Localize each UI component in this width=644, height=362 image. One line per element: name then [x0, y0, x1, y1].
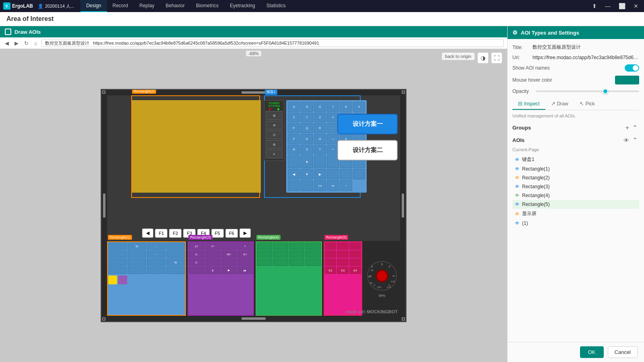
r4-k6[interactable] [273, 251, 288, 258]
r5-k10[interactable]: K2 [325, 267, 336, 274]
hover-color-swatch[interactable] [615, 76, 639, 84]
r3-k9[interactable]: Z- [189, 259, 204, 266]
opacity-slider[interactable] [536, 90, 639, 92]
nav-f6-button[interactable]: F6 [225, 229, 238, 238]
r1-k5[interactable] [108, 251, 127, 258]
key-up[interactable]: ▲ [301, 155, 313, 168]
design-btn-1[interactable]: 设计方案一 [337, 114, 398, 134]
r1-k3[interactable]: → [147, 243, 165, 250]
tab-draw[interactable]: ↗ Draw [545, 98, 574, 110]
cancel-button[interactable]: Cancel [608, 346, 638, 358]
corner-handle-br[interactable] [402, 317, 405, 321]
aoi-item-keyboard1[interactable]: 👁 键盘1 [512, 154, 639, 165]
r3-k12[interactable] [237, 259, 253, 266]
r3-k3[interactable] [221, 243, 237, 250]
r1-k8[interactable] [166, 251, 185, 258]
r3-bk1[interactable] [189, 267, 204, 274]
nav-next-button[interactable]: ▶ [239, 228, 251, 238]
url-input[interactable] [41, 39, 504, 47]
tab-replay[interactable]: Replay [134, 0, 160, 12]
r1-k6[interactable] [128, 251, 146, 258]
corner-handle-tl[interactable] [102, 90, 105, 94]
r4-k5[interactable] [257, 251, 272, 258]
add-group-button[interactable]: + [624, 123, 631, 132]
r3-k1[interactable]: Z+ [189, 243, 204, 250]
corner-handle-bl[interactable] [102, 317, 105, 321]
aoi-visibility-button[interactable]: 👁 [622, 136, 631, 144]
show-aoi-names-toggle[interactable] [625, 64, 639, 72]
r5-k6[interactable] [349, 251, 361, 258]
key-X[interactable]: X [288, 113, 300, 123]
key-D[interactable]: D [301, 134, 313, 144]
r4-k8[interactable] [305, 251, 320, 258]
key-Y[interactable]: Y [301, 113, 313, 123]
r4-k10[interactable] [273, 259, 288, 266]
r3-bk4[interactable]: ⏭ [237, 267, 253, 274]
r1-k9[interactable] [108, 259, 127, 266]
r1-k13[interactable] [108, 267, 127, 274]
tab-eyetracking[interactable]: Eyetracking [224, 0, 261, 12]
tab-pick[interactable]: ↖ Pick [574, 98, 601, 110]
r5-k3[interactable] [349, 243, 361, 250]
collapse-aois-button[interactable]: ⌃ [631, 136, 639, 145]
key-F[interactable]: F [288, 134, 300, 144]
back-to-origin-button[interactable]: back to origin [442, 52, 475, 60]
r4-k3[interactable] [289, 243, 304, 250]
minimize-button[interactable]: — [603, 2, 613, 10]
r5-k2[interactable] [337, 243, 349, 250]
key-T[interactable]: T [314, 145, 326, 155]
scroll-handle-right[interactable] [402, 193, 404, 218]
r4-k11[interactable] [289, 259, 304, 266]
r1-k10[interactable] [128, 259, 146, 266]
key-empty9[interactable] [353, 169, 365, 180]
aoi-item-display[interactable]: 👁 显示屏 [512, 209, 639, 219]
key-R[interactable]: R [314, 123, 326, 133]
r1-k14[interactable] [128, 267, 146, 274]
tab-inspect[interactable]: ⊟ Inspect [512, 98, 545, 110]
scroll-handle-top[interactable] [242, 91, 266, 94]
aoi-item-rect3[interactable]: 👁 Rectangle(3) [512, 182, 639, 191]
r1-k4[interactable] [166, 243, 185, 250]
key-N[interactable]: N [301, 102, 313, 112]
back-button[interactable]: ◀ [3, 39, 10, 47]
r3-k5[interactable]: X- [189, 251, 204, 258]
r3-k7[interactable]: W+ [221, 251, 237, 258]
brightness-button[interactable]: ◑ [477, 52, 489, 64]
pin-button[interactable]: ⬆ [590, 2, 599, 10]
app-logo[interactable]: E ErgoLAB [3, 2, 33, 10]
ok-button[interactable]: OK [580, 346, 604, 358]
aoi-item-rect2[interactable]: 👁 Rectangle(2) [512, 173, 639, 182]
key-right[interactable]: ▶ [314, 169, 326, 180]
maximize-button[interactable]: ⬜ [616, 2, 628, 10]
key-left[interactable]: ◀ [288, 169, 300, 180]
key-down[interactable]: ▼ [301, 169, 313, 180]
key-ctrl[interactable]: Ctrl [314, 180, 326, 191]
r5-k1[interactable] [325, 243, 336, 250]
key-H[interactable]: H [314, 134, 326, 144]
nav-f4-button[interactable]: F4 [197, 229, 210, 238]
key-S[interactable]: S [301, 145, 313, 155]
aoi-item-rect4[interactable]: 👁 Rectangle(4) [512, 191, 639, 200]
r5-k8[interactable] [337, 259, 349, 266]
r1-k11[interactable] [147, 259, 165, 266]
fullscreen-button[interactable]: ⛶ [491, 52, 502, 64]
key-O[interactable]: O [288, 102, 300, 112]
aoi-item-rect5[interactable]: 👁 Rectangle(5) [512, 200, 639, 209]
aoi-item-1[interactable]: 👁 (1) [512, 219, 639, 228]
scroll-handle-bottom[interactable] [242, 317, 266, 320]
key-M[interactable]: M [288, 145, 300, 155]
key-empty11[interactable] [301, 180, 313, 191]
corner-handle-tr[interactable] [402, 90, 405, 94]
tab-behavior[interactable]: Behavior [160, 0, 190, 12]
tab-biometrics[interactable]: Biometrics [190, 0, 224, 12]
key-9[interactable]: 9 [353, 102, 365, 112]
key-P[interactable]: P [288, 123, 300, 133]
r1-k12[interactable]: W [166, 259, 185, 266]
user-info[interactable]: 👤 20200114 人... [38, 3, 74, 9]
refresh-button[interactable]: ↻ [23, 39, 30, 47]
nav-f2-button[interactable]: F2 [169, 229, 182, 238]
r5-k7[interactable] [325, 259, 336, 266]
home-button[interactable]: ⌂ [33, 39, 39, 47]
r4-k9[interactable] [257, 259, 272, 266]
r3-bk3[interactable]: ▶ [221, 267, 237, 274]
